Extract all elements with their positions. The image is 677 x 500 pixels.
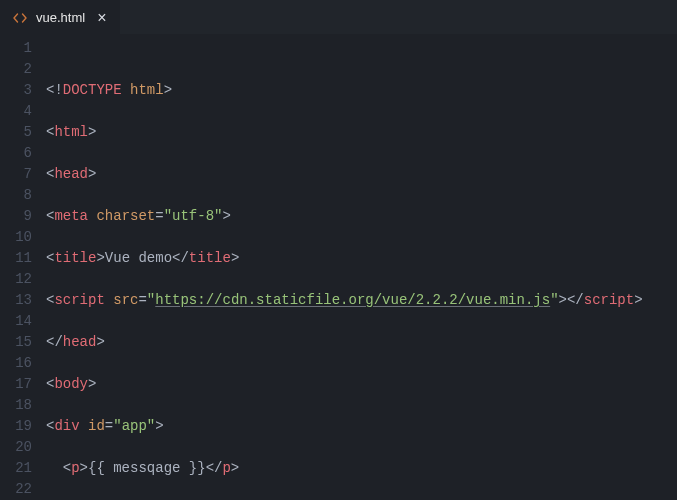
line-number: 18 (0, 395, 32, 416)
code-line[interactable]: <title>Vue demo</title> (46, 248, 677, 269)
code-line[interactable]: <p>{{ messqage }}</p> (46, 458, 677, 479)
line-number: 3 (0, 80, 32, 101)
line-number: 16 (0, 353, 32, 374)
line-number: 12 (0, 269, 32, 290)
line-number: 13 (0, 290, 32, 311)
code-line[interactable]: <meta charset="utf-8"> (46, 206, 677, 227)
line-number: 4 (0, 101, 32, 122)
line-number: 5 (0, 122, 32, 143)
editor-area[interactable]: 12345678910111213141516171819202122 <!DO… (0, 34, 677, 500)
tab-bar: vue.html × (0, 0, 677, 34)
code-line[interactable]: </head> (46, 332, 677, 353)
line-number: 9 (0, 206, 32, 227)
code-line[interactable]: <!DOCTYPE html> (46, 80, 677, 101)
line-number: 19 (0, 416, 32, 437)
line-number: 2 (0, 59, 32, 80)
close-icon[interactable]: × (93, 8, 110, 28)
line-number: 11 (0, 248, 32, 269)
line-number: 8 (0, 185, 32, 206)
editor-tab[interactable]: vue.html × (0, 0, 120, 34)
line-number: 1 (0, 38, 32, 59)
code-content[interactable]: <!DOCTYPE html> <html> <head> <meta char… (46, 38, 677, 500)
line-number: 15 (0, 332, 32, 353)
code-line[interactable]: <html> (46, 122, 677, 143)
code-icon (12, 10, 28, 26)
code-line[interactable]: <body> (46, 374, 677, 395)
line-number: 22 (0, 479, 32, 500)
line-number-gutter: 12345678910111213141516171819202122 (0, 38, 46, 500)
line-number: 17 (0, 374, 32, 395)
code-line[interactable]: <div id="app"> (46, 416, 677, 437)
line-number: 20 (0, 437, 32, 458)
line-number: 6 (0, 143, 32, 164)
code-line[interactable]: <head> (46, 164, 677, 185)
line-number: 7 (0, 164, 32, 185)
line-number: 21 (0, 458, 32, 479)
line-number: 14 (0, 311, 32, 332)
tab-filename: vue.html (36, 10, 85, 25)
code-line[interactable]: <script src="https://cdn.staticfile.org/… (46, 290, 677, 311)
line-number: 10 (0, 227, 32, 248)
